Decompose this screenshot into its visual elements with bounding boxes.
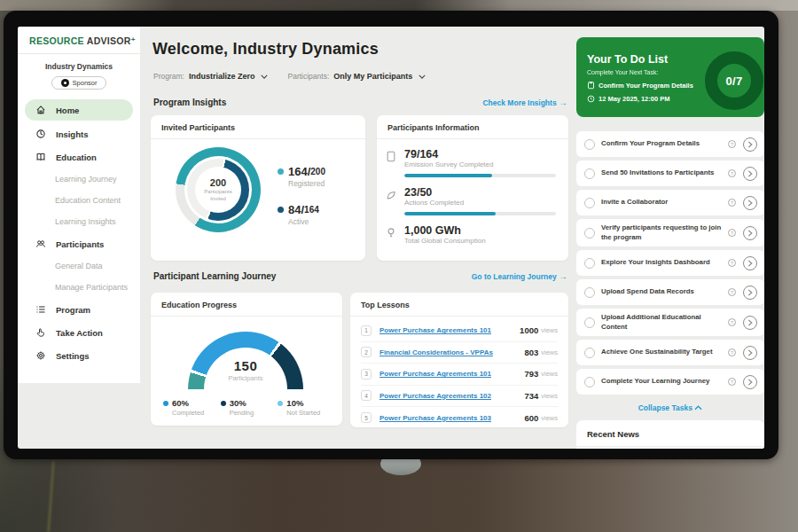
info-icon[interactable]: ? (728, 229, 736, 237)
task-checkbox[interactable] (584, 377, 595, 387)
task-label: Verify participants requesting to join t… (601, 223, 728, 242)
sidebar-item-home[interactable]: Home (25, 99, 133, 121)
chevron-down-icon[interactable] (419, 74, 426, 79)
lesson-row: 5 Power Purchase Agreements 103 600 view… (361, 407, 558, 429)
sidebar-item-settings[interactable]: Settings (18, 344, 140, 367)
task-row[interactable]: Upload Additional Educational Content ? (576, 309, 764, 336)
program-filter-value[interactable]: Industrialize Zero (189, 72, 255, 81)
sidebar-item-label: Learning Insights (55, 217, 116, 226)
chevron-right-icon[interactable] (743, 375, 757, 389)
sidebar-item-label: Learning Journey (55, 175, 117, 184)
task-row[interactable]: Invite a Collaborator ? (576, 190, 764, 215)
lesson-link[interactable]: Power Purchase Agreements 103 (379, 414, 524, 422)
task-checkbox[interactable] (584, 348, 595, 358)
go-to-learning-journey-link[interactable]: Go to Learning Journey → (472, 271, 567, 281)
task-row[interactable]: Achieve One Sustainability Target ? (576, 340, 764, 365)
arrow-right-icon: → (559, 271, 567, 281)
task-row[interactable]: Complete Your Learning Journey ? (576, 369, 764, 395)
chevron-right-icon[interactable] (743, 256, 757, 270)
task-row[interactable]: Confirm Your Program Details ? (576, 131, 764, 157)
task-checkbox[interactable] (584, 317, 595, 328)
sponsor-icon (61, 79, 69, 87)
info-icon[interactable]: ? (728, 140, 736, 148)
legend-dot (278, 207, 284, 213)
chevron-right-icon[interactable] (743, 137, 757, 152)
top-lessons-list: 1 Power Purchase Agreements 101 1000 vie… (350, 317, 568, 429)
sidebar-item-label: Take Action (56, 328, 103, 338)
gauge-legend: 60% Completed 30% Pending 10% Not Starte… (163, 398, 335, 417)
filters-row: Program: Industrialize Zero Participants… (153, 72, 426, 81)
metric-label: Total Global Consumption (404, 237, 556, 245)
chevron-right-icon[interactable] (743, 226, 757, 240)
task-row[interactable]: Upload Spend Data Records ? (576, 279, 764, 305)
info-icon[interactable]: ? (728, 169, 736, 177)
sidebar-item-learning-insights[interactable]: Learning Insights (18, 211, 140, 232)
info-icon[interactable]: ? (728, 378, 736, 386)
chevron-right-icon[interactable] (743, 316, 757, 330)
participants-icon (35, 239, 46, 249)
consumption-row: 1,000 GWh Total Global Consumption (386, 224, 556, 245)
task-checkbox[interactable] (584, 168, 595, 179)
metric-value: 23/50 (404, 186, 556, 199)
info-icon[interactable]: ? (728, 288, 736, 296)
chevron-down-icon[interactable] (261, 74, 268, 79)
sidebar-item-general-data[interactable]: General Data (18, 255, 140, 277)
task-row[interactable]: Verify participants requesting to join t… (576, 219, 764, 246)
check-more-insights-link[interactable]: Check More Insights → (482, 98, 567, 107)
invited-participants-card: Invited Participants 200 ParticipantsInv… (151, 115, 365, 261)
sidebar-item-participants[interactable]: Participants (18, 232, 140, 255)
education-progress-gauge-chart: 150 Participants (188, 332, 303, 390)
sidebar-item-take-action[interactable]: Take Action (18, 321, 140, 344)
task-row[interactable]: Send 50 Invitations to Participants ? (576, 160, 764, 186)
task-label: Confirm Your Program Details (601, 139, 728, 149)
task-checkbox[interactable] (584, 198, 595, 208)
info-icon[interactable]: ? (728, 259, 736, 267)
participants-information-card: Participants Information 79/164 Emission… (377, 115, 568, 261)
legend-registered: 164/200 Registered (278, 165, 325, 188)
lesson-views: 600 (524, 413, 538, 423)
sidebar-item-learning-journey[interactable]: Learning Journey (18, 168, 140, 190)
chevron-right-icon[interactable] (743, 346, 757, 360)
todo-progress-ring: 0/7 (705, 51, 763, 110)
task-checkbox[interactable] (584, 228, 595, 239)
lesson-link[interactable]: Financial Considerations - VPPAs (379, 348, 524, 356)
program-insights-header: Program Insights Check More Insights → (153, 98, 567, 107)
lesson-link[interactable]: Power Purchase Agreements 102 (379, 392, 524, 400)
todo-summary-card: Your To Do List Complete Your Next Task:… (576, 37, 764, 117)
task-checkbox[interactable] (584, 287, 595, 298)
views-suffix: views (541, 414, 558, 422)
lesson-row: 4 Power Purchase Agreements 102 734 view… (361, 386, 558, 408)
education-progress-card: Education Progress 150 Participants 60% … (151, 293, 342, 426)
brand-logo: RESOURCE ADVISOR+ (18, 27, 140, 54)
sidebar-item-education-content[interactable]: Education Content (18, 190, 140, 211)
todo-panel: Your To Do List Complete Your Next Task:… (576, 27, 764, 449)
info-icon[interactable]: ? (728, 318, 736, 326)
sidebar-item-program[interactable]: Program (18, 298, 140, 321)
task-row[interactable]: Explore Your Insights Dashboard ? (576, 250, 764, 276)
lesson-link[interactable]: Power Purchase Agreements 101 (379, 370, 524, 378)
chevron-right-icon[interactable] (743, 196, 757, 210)
task-checkbox[interactable] (584, 139, 595, 150)
card-title: Invited Participants (151, 115, 365, 139)
brand-primary: RESOURCE (29, 35, 84, 46)
sponsor-badge[interactable]: Sponsor (51, 76, 106, 90)
lesson-views: 803 (524, 348, 538, 357)
background-top (0, 0, 798, 11)
task-checkbox[interactable] (584, 258, 595, 269)
insights-icon (35, 129, 46, 139)
legend-dot (221, 401, 226, 406)
sidebar-item-education[interactable]: Education (18, 145, 140, 168)
sidebar-item-manage-participants[interactable]: Manage Participants (18, 277, 140, 298)
section-title: Program Insights (153, 98, 226, 107)
info-icon[interactable]: ? (728, 199, 736, 207)
participants-filter-value[interactable]: Only My Participants (333, 72, 412, 81)
page-title: Welcome, Industry Dynamics (153, 40, 379, 59)
chevron-right-icon[interactable] (743, 286, 757, 300)
top-lessons-card: Top Lessons 1 Power Purchase Agreements … (350, 293, 568, 427)
collapse-tasks-link[interactable]: Collapse Tasks (576, 403, 764, 412)
info-icon[interactable]: ? (728, 348, 736, 356)
sidebar-item-insights[interactable]: Insights (18, 122, 140, 145)
settings-icon (35, 350, 46, 361)
lesson-link[interactable]: Power Purchase Agreements 101 (379, 326, 520, 334)
chevron-right-icon[interactable] (743, 167, 757, 181)
